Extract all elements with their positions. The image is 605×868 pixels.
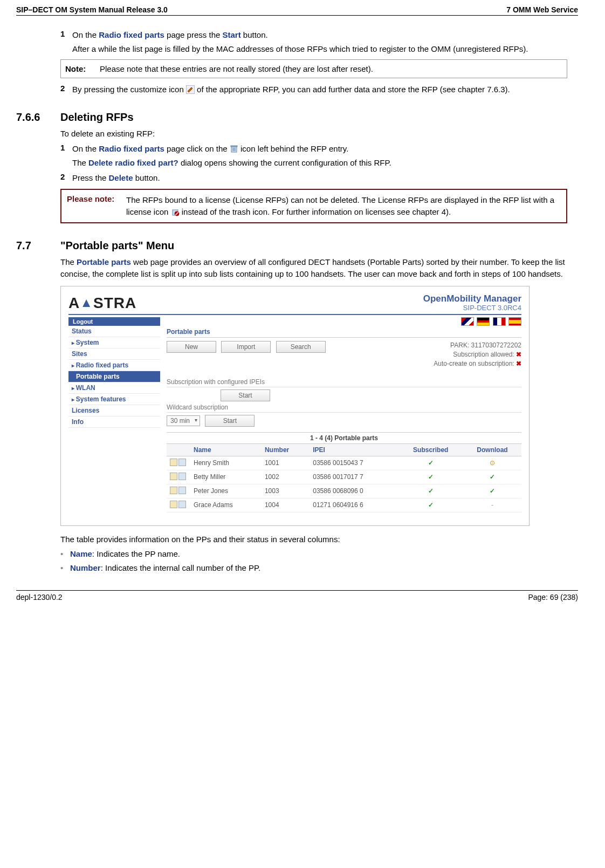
step-2: 2 Press the Delete button. [60, 172, 567, 184]
trash-icon[interactable] [178, 487, 186, 494]
step-2: 2 By pressing the customize icon of the … [60, 84, 567, 95]
table-row[interactable]: Henry Smith100103586 0015043 7✓⊙ [167, 456, 521, 470]
col-ipei[interactable]: IPEI [310, 444, 398, 456]
sub-allowed-label: Subscription allowed: [453, 351, 516, 358]
text: button. [133, 173, 160, 182]
step-continuation: After a while the list page is filled by… [72, 43, 567, 55]
flag-fr-icon[interactable] [493, 317, 506, 326]
section-number: 7.7 [16, 240, 60, 252]
text: The [72, 158, 88, 167]
sidebar-item-info[interactable]: Info [68, 416, 160, 428]
duration-select[interactable]: 30 min [167, 415, 200, 426]
col-number[interactable]: Number [262, 444, 310, 456]
logout-button[interactable]: Logout [68, 317, 160, 326]
link-radio-fixed-parts[interactable]: Radio fixed parts [99, 144, 164, 153]
step-continuation: The Delete radio fixed part? dialog open… [72, 157, 567, 169]
flag-es-icon[interactable] [508, 317, 521, 326]
flag-uk-icon[interactable] [461, 317, 474, 326]
row-action-icons[interactable] [167, 456, 190, 470]
link-delete-dialog[interactable]: Delete radio fixed part? [88, 158, 178, 167]
trash-icon[interactable] [178, 501, 186, 508]
row-action-icons[interactable] [167, 484, 190, 498]
svg-rect-2 [231, 146, 237, 147]
check-icon: ✓ [428, 459, 434, 467]
link-delete[interactable]: Delete [109, 173, 133, 182]
start-button-ipei[interactable]: Start [221, 389, 270, 401]
cell-subscribed: ✓ [398, 456, 463, 470]
flag-de-icon[interactable] [477, 317, 490, 326]
trash-icon [230, 145, 238, 153]
step-1: 1 On the Radio fixed parts page click on… [60, 143, 567, 155]
link-start[interactable]: Start [222, 30, 240, 39]
sidebar-item-sites[interactable]: Sites [68, 348, 160, 360]
text: button. [241, 30, 268, 39]
table-row[interactable]: Grace Adams100401271 0604916 6✓- [167, 498, 521, 512]
step-1: 1 On the Radio fixed parts page press th… [60, 29, 567, 41]
section-title: "Portable parts" Menu [60, 240, 174, 252]
note-box: Note: Please note that these entries are… [60, 59, 567, 78]
sidebar: Status System Sites Radio fixed parts Po… [68, 326, 160, 512]
col-subscribed[interactable]: Subscribed [398, 444, 463, 456]
check-icon: ✓ [428, 501, 434, 509]
app-subtitle: SIP-DECT 3.0RC4 [423, 304, 521, 312]
trash-icon[interactable] [178, 473, 186, 480]
footer-left: depl-1230/0.2 [16, 593, 63, 602]
license-icon [171, 208, 180, 216]
link-number: Number [70, 563, 101, 572]
new-button[interactable]: New [167, 341, 216, 353]
step-number: 1 [60, 143, 72, 155]
link-portable-parts[interactable]: Portable parts [77, 257, 131, 266]
edit-icon[interactable] [170, 487, 177, 494]
app-title-text: OpenMobility Manager [423, 294, 521, 304]
footer-right: Page: 69 (238) [528, 593, 578, 602]
content-area: Portable parts PARK: 31170307272202 Subs… [160, 326, 521, 512]
cell-download: - [463, 498, 521, 512]
sidebar-item-system[interactable]: System [68, 337, 160, 348]
trash-icon[interactable] [178, 459, 186, 466]
cell-number: 1004 [262, 498, 310, 512]
auto-create-label: Auto-create on subscription: [434, 360, 516, 367]
sidebar-item-status[interactable]: Status [68, 326, 160, 337]
section-title: Deleting RFPs [60, 111, 134, 124]
section-para: The Portable parts web page provides an … [60, 256, 578, 280]
edit-icon[interactable] [170, 501, 177, 508]
sidebar-item-wlan[interactable]: WLAN [68, 382, 160, 394]
brand-triangle-icon: ▲ [80, 295, 93, 310]
edit-icon[interactable] [170, 459, 177, 466]
check-icon: ✓ [428, 473, 434, 481]
bullet-text: Name: Indicates the PP name. [70, 548, 180, 560]
text: On the [72, 30, 99, 39]
check-icon: ✓ [428, 487, 434, 495]
field-label-wildcard: Wildcard subscription [167, 404, 521, 413]
row-action-icons[interactable] [167, 498, 190, 512]
start-button-wildcard[interactable]: Start [205, 415, 255, 427]
search-button[interactable]: Search [276, 341, 326, 353]
row-action-icons[interactable] [167, 470, 190, 484]
text: On the [72, 144, 99, 153]
table-row[interactable]: Peter Jones100303586 0068096 0✓✓ [167, 484, 521, 498]
link-radio-fixed-parts[interactable]: Radio fixed parts [99, 30, 164, 39]
bullet-text: Number: Indicates the internal call numb… [70, 562, 260, 574]
cell-name: Peter Jones [190, 484, 262, 498]
x-icon: ✖ [516, 360, 521, 367]
cell-number: 1001 [262, 456, 310, 470]
step-text: On the Radio fixed parts page press the … [72, 29, 567, 41]
cell-number: 1002 [262, 470, 310, 484]
table-row[interactable]: Betty Miller100203586 0017017 7✓✓ [167, 470, 521, 484]
cell-download: ✓ [463, 470, 521, 484]
cell-number: 1003 [262, 484, 310, 498]
step-number: 1 [60, 29, 72, 41]
col-download[interactable]: Download [463, 444, 521, 456]
please-note-text: The RFPs bound to a license (License RFP… [126, 194, 561, 218]
edit-icon[interactable] [170, 473, 177, 480]
step-text: On the Radio fixed parts page click on t… [72, 143, 567, 155]
import-button[interactable]: Import [221, 341, 271, 353]
please-note-label: Please note: [67, 194, 126, 218]
sidebar-item-system-features[interactable]: System features [68, 394, 160, 405]
col-name[interactable]: Name [190, 444, 262, 456]
sidebar-item-portable-parts[interactable]: Portable parts [68, 371, 160, 382]
header-left: SIP–DECT OM System Manual Release 3.0 [16, 5, 168, 14]
section-number: 7.6.6 [16, 111, 60, 124]
sidebar-item-rfp[interactable]: Radio fixed parts [68, 360, 160, 371]
sidebar-item-licenses[interactable]: Licenses [68, 405, 160, 416]
